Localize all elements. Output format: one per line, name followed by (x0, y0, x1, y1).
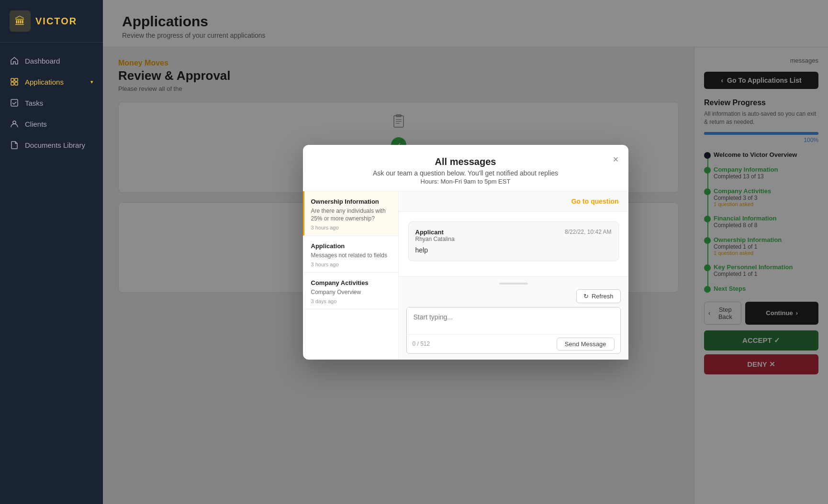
thread-time-company-activities: 3 days ago (311, 298, 392, 304)
message-sender: Applicant (415, 229, 455, 236)
modal-subtitle: Ask our team a question below. You'll ge… (314, 169, 617, 177)
thread-preview-application: Messages not related to fields (311, 252, 392, 260)
message-date: 8/22/22, 10:42 AM (565, 229, 611, 242)
message-input-footer: 0 / 512 Send Message (407, 334, 620, 353)
svg-point-7 (13, 121, 16, 124)
sidebar-item-clients[interactable]: Clients (0, 113, 103, 134)
message-footer: ↻ Refresh 0 / 512 Send Message (399, 276, 628, 360)
sidebar-item-label-tasks: Tasks (25, 99, 93, 107)
documents-icon (10, 140, 19, 150)
thread-time-application: 3 hours ago (311, 262, 392, 267)
refresh-button[interactable]: ↻ Refresh (576, 289, 621, 303)
applications-icon (10, 77, 19, 87)
sidebar-item-documents[interactable]: Documents Library (0, 134, 103, 155)
svg-text:🏛: 🏛 (15, 15, 25, 27)
sidebar: 🏛 VICTOR Dashboard Applications ▾ (0, 0, 103, 504)
send-label: Send Message (565, 340, 606, 348)
chevron-down-icon: ▾ (90, 79, 93, 85)
message-input-wrap: 0 / 512 Send Message (406, 307, 621, 354)
refresh-icon: ↻ (583, 293, 589, 300)
modal-header: All messages Ask our team a question bel… (303, 145, 628, 191)
messages-list: Applicant Rhyan Catalina 8/22/22, 10:42 … (399, 212, 628, 276)
char-count: 0 / 512 (413, 340, 430, 347)
go-to-question-link[interactable]: Go to question (571, 197, 619, 205)
sidebar-item-applications[interactable]: Applications ▾ (0, 71, 103, 92)
thread-title-company-activities: Company Activities (311, 279, 392, 286)
svg-rect-4 (11, 82, 14, 85)
sidebar-item-label-clients: Clients (25, 120, 93, 128)
app-wrapper: 🏛 VICTOR Dashboard Applications ▾ (0, 0, 828, 504)
thread-title-ownership: Ownership Information (311, 198, 392, 205)
modal-close-button[interactable]: × (613, 154, 619, 164)
message-meta-1: Applicant Rhyan Catalina 8/22/22, 10:42 … (415, 229, 612, 242)
home-icon (10, 56, 19, 66)
message-text: help (415, 246, 612, 254)
sidebar-logo: 🏛 VICTOR (0, 0, 103, 43)
victor-logo-icon: 🏛 (10, 11, 31, 32)
thread-preview-ownership: Are there any individuals with 25% or mo… (311, 207, 392, 223)
message-goto-bar: Go to question (399, 191, 628, 212)
modal-overlay[interactable]: All messages Ask our team a question bel… (103, 0, 828, 504)
scroll-indicator (499, 283, 528, 285)
thread-title-application: Application (311, 242, 392, 250)
svg-rect-2 (11, 78, 14, 81)
main-area: Applications Review the progress of your… (103, 0, 828, 504)
thread-item-ownership[interactable]: Ownership Information Are there any indi… (303, 191, 398, 236)
thread-list: Ownership Information Are there any indi… (303, 191, 399, 360)
all-messages-modal: All messages Ask our team a question bel… (303, 145, 628, 360)
thread-time-ownership: 3 hours ago (311, 225, 392, 230)
modal-hours: Hours: Mon-Fri 9am to 5pm EST (314, 178, 617, 185)
sidebar-item-label-documents: Documents Library (25, 141, 93, 149)
refresh-label: Refresh (592, 293, 614, 300)
refresh-row: ↻ Refresh (406, 289, 621, 303)
message-sender-sub: Rhyan Catalina (415, 236, 455, 242)
thread-preview-company-activities: Company Overview (311, 288, 392, 296)
message-bubble-1: Applicant Rhyan Catalina 8/22/22, 10:42 … (408, 221, 619, 261)
thread-item-company-activities[interactable]: Company Activities Company Overview 3 da… (303, 273, 398, 309)
message-sender-block: Applicant Rhyan Catalina (415, 229, 455, 242)
modal-body: Ownership Information Are there any indi… (303, 191, 628, 360)
modal-title: All messages (314, 156, 617, 167)
svg-rect-6 (11, 99, 18, 106)
sidebar-item-label-applications: Applications (25, 78, 85, 86)
send-message-button[interactable]: Send Message (557, 338, 615, 351)
svg-rect-3 (15, 78, 18, 81)
sidebar-item-dashboard[interactable]: Dashboard (0, 50, 103, 71)
message-input[interactable] (407, 307, 620, 332)
sidebar-item-tasks[interactable]: Tasks (0, 92, 103, 113)
message-area: Go to question Applicant Rhyan Catalina … (399, 191, 628, 360)
sidebar-nav: Dashboard Applications ▾ Tasks Clients (0, 43, 103, 163)
svg-rect-5 (15, 82, 18, 85)
tasks-icon (10, 98, 19, 108)
logo-text: VICTOR (35, 16, 77, 27)
thread-item-application[interactable]: Application Messages not related to fiel… (303, 236, 398, 273)
clients-icon (10, 119, 19, 129)
sidebar-item-label-dashboard: Dashboard (25, 57, 93, 65)
